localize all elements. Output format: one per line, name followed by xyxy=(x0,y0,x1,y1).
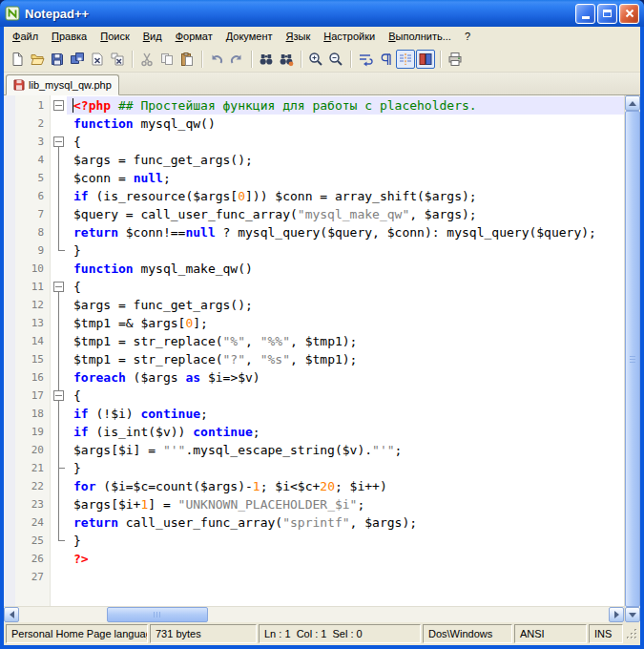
maximize-button[interactable] xyxy=(597,4,617,24)
show-all-characters-button[interactable] xyxy=(376,50,395,69)
word-wrap-button[interactable] xyxy=(356,50,375,69)
line-number[interactable]: 14 xyxy=(15,332,51,350)
fold-margin-cell xyxy=(51,423,67,441)
print-button[interactable] xyxy=(446,50,465,69)
line-number[interactable]: 17 xyxy=(15,387,51,405)
open-file-button[interactable] xyxy=(28,50,47,69)
scroll-left-button[interactable] xyxy=(4,607,19,622)
scroll-up-button[interactable] xyxy=(625,95,640,111)
show-indent-guide-button[interactable] xyxy=(396,50,415,69)
code-line-10: 10function mysql_make_qw() xyxy=(4,260,624,278)
fold-collapse-marker[interactable] xyxy=(51,96,67,115)
status-eol-format: Dos\Windows xyxy=(423,624,512,643)
close-icon xyxy=(90,52,105,67)
line-number[interactable]: 10 xyxy=(15,260,51,278)
toolbar-separator xyxy=(132,51,134,68)
vertical-scroll-thumb[interactable] xyxy=(625,111,640,607)
line-number[interactable]: 19 xyxy=(15,423,51,441)
close-button[interactable] xyxy=(88,50,107,69)
word-wrap-icon xyxy=(358,52,373,67)
fold-margin-cell xyxy=(51,350,67,368)
line-number[interactable]: 6 xyxy=(15,187,51,205)
menu-item-2[interactable]: Правка xyxy=(45,27,93,46)
code-text: return call_user_func_array("sprintf", $… xyxy=(67,513,624,532)
fold-margin-cell xyxy=(51,477,67,495)
zoom-in-icon xyxy=(308,52,323,67)
menu-item-10[interactable]: ? xyxy=(458,27,477,46)
save-button[interactable] xyxy=(48,50,67,69)
menu-item-9[interactable]: Выполнить... xyxy=(382,27,458,46)
close-button[interactable] xyxy=(619,4,639,24)
line-number[interactable]: 25 xyxy=(15,532,51,550)
line-number[interactable]: 24 xyxy=(15,513,51,532)
menu-item-3[interactable]: Поиск xyxy=(93,27,135,46)
line-number[interactable]: 12 xyxy=(15,296,51,314)
menu-item-6[interactable]: Документ xyxy=(219,27,280,46)
code-lines: 1<?php ## Простейшая функция для работы … xyxy=(4,96,624,586)
line-number[interactable]: 11 xyxy=(15,278,51,296)
paste-button[interactable] xyxy=(177,50,197,69)
horizontal-scroll-thumb[interactable] xyxy=(107,607,208,622)
horizontal-scroll-track[interactable] xyxy=(19,607,609,622)
tab-1[interactable]: lib_mysql_qw.php xyxy=(6,74,119,95)
horizontal-scrollbar[interactable] xyxy=(4,606,624,622)
user-define-dialog-button[interactable] xyxy=(416,50,435,69)
fold-margin-cell xyxy=(51,532,67,550)
fold-collapse-marker[interactable] xyxy=(51,278,67,296)
replace-button[interactable] xyxy=(277,50,296,69)
line-number[interactable]: 21 xyxy=(15,459,51,477)
line-number[interactable]: 8 xyxy=(15,223,51,241)
code-text: } xyxy=(67,459,624,477)
resize-grip[interactable] xyxy=(625,624,639,643)
zoom-in-button[interactable] xyxy=(306,50,325,69)
line-number[interactable]: 4 xyxy=(15,151,51,169)
line-number[interactable]: 13 xyxy=(15,314,51,332)
code-line-4: 4$args = func_get_args(); xyxy=(4,151,624,169)
code-text: if (!$i) continue; xyxy=(67,405,624,423)
fold-margin-cell xyxy=(51,405,67,423)
line-number[interactable]: 5 xyxy=(15,169,51,187)
line-number[interactable]: 18 xyxy=(15,405,51,423)
line-number[interactable]: 9 xyxy=(15,241,51,260)
close-all-button[interactable] xyxy=(108,50,127,69)
find-icon xyxy=(259,52,274,67)
menu-item-8[interactable]: Настройки xyxy=(317,27,382,46)
vertical-scroll-track[interactable] xyxy=(625,111,640,607)
menu-item-5[interactable]: Формат xyxy=(169,27,219,46)
find-button[interactable] xyxy=(257,50,276,69)
fold-collapse-marker[interactable] xyxy=(51,133,67,151)
toolbar-separator xyxy=(201,51,203,68)
fold-collapse-marker[interactable] xyxy=(51,387,67,405)
zoom-out-button[interactable] xyxy=(326,50,345,69)
save-all-button[interactable] xyxy=(68,50,87,69)
line-number[interactable]: 1 xyxy=(15,96,51,115)
code-text: { xyxy=(67,278,624,296)
new-file-button[interactable] xyxy=(8,50,27,69)
scroll-down-button[interactable] xyxy=(625,607,640,622)
line-number[interactable]: 20 xyxy=(15,441,51,459)
line-number[interactable]: 15 xyxy=(15,350,51,368)
menu-item-4[interactable]: Вид xyxy=(136,27,169,46)
vertical-scrollbar[interactable] xyxy=(624,95,640,622)
code-text: $tmp1 = str_replace("?", "%s", $tmp1); xyxy=(67,350,624,368)
arrow-down-icon xyxy=(629,613,636,618)
code-text: } xyxy=(67,241,624,260)
code-line-8: 8return $conn!==null ? mysql_query($quer… xyxy=(4,223,624,241)
minimize-button[interactable] xyxy=(575,4,595,24)
code-text: } xyxy=(67,532,624,550)
line-number[interactable]: 27 xyxy=(15,568,51,586)
menu-item-1[interactable]: Файл xyxy=(6,27,45,46)
line-number[interactable]: 7 xyxy=(15,205,51,223)
line-number[interactable]: 3 xyxy=(15,133,51,151)
line-number[interactable]: 26 xyxy=(15,550,51,568)
code-editor[interactable]: 1<?php ## Простейшая функция для работы … xyxy=(4,95,624,606)
fold-margin-cell xyxy=(51,223,67,241)
line-number[interactable]: 2 xyxy=(15,115,51,133)
menu-item-7[interactable]: Язык xyxy=(280,27,318,46)
line-number[interactable]: 16 xyxy=(15,368,51,387)
title-bar[interactable]: Notepad++ xyxy=(0,0,644,27)
fold-margin-cell xyxy=(51,332,67,350)
scroll-right-button[interactable] xyxy=(609,607,624,622)
line-number[interactable]: 22 xyxy=(15,477,51,495)
line-number[interactable]: 23 xyxy=(15,495,51,513)
